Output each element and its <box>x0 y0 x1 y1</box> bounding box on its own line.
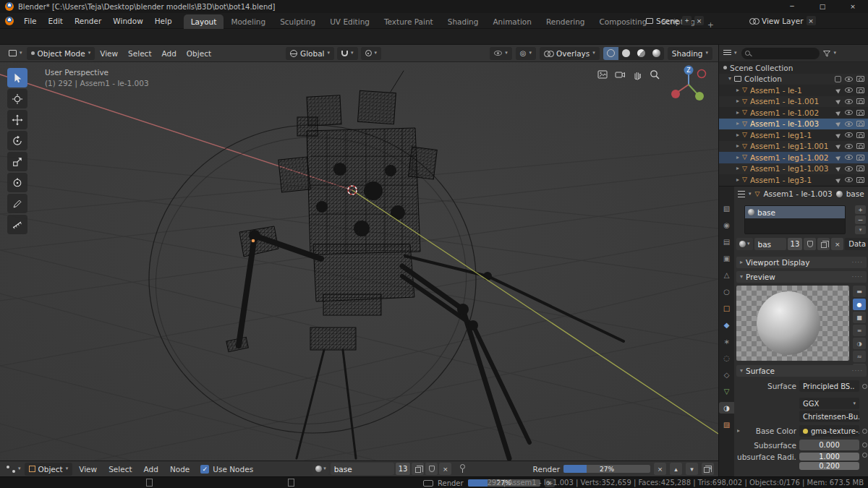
preview-hair-button[interactable]: ≡ <box>853 325 866 336</box>
decorator-dot[interactable] <box>862 453 867 458</box>
hide-icon[interactable] <box>845 121 853 127</box>
surface-shader-select[interactable]: Principled BS.. <box>799 380 859 392</box>
menu-file[interactable]: File <box>18 17 43 25</box>
editor-options-button[interactable]: ▾ <box>702 463 714 475</box>
gizmos-dropdown[interactable]: ◎▾ <box>516 47 536 60</box>
menu-window[interactable]: Window <box>107 17 148 25</box>
scroll-up-button[interactable]: ▴ <box>670 463 682 475</box>
outliner-collection[interactable]: ▾ Collection <box>719 74 868 85</box>
node-menu-select[interactable]: Select <box>103 465 137 474</box>
decorator-dot[interactable] <box>862 442 867 448</box>
snap-toggle[interactable]: ▾ <box>337 47 358 60</box>
disable-render-icon[interactable] <box>856 87 864 93</box>
node-menu-view[interactable]: View <box>74 465 102 474</box>
selectable-icon[interactable] <box>835 109 842 116</box>
breadcrumb-material[interactable]: base <box>846 189 864 198</box>
properties-tab-particles[interactable]: ∗ <box>720 335 733 347</box>
expand-icon[interactable]: ▸ <box>736 177 739 183</box>
disable-render-icon[interactable] <box>856 166 864 171</box>
disable-render-icon[interactable] <box>856 143 864 149</box>
outliner-filter-dropdown[interactable]: ▾ <box>834 51 837 56</box>
remove-view-layer-button[interactable]: × <box>807 16 816 25</box>
hide-icon[interactable] <box>845 99 853 104</box>
preview-cube-button[interactable]: ■ <box>853 312 866 323</box>
menu-help[interactable]: Help <box>149 17 178 25</box>
shading-wireframe-button[interactable] <box>603 47 618 60</box>
breadcrumb-object[interactable]: Assem1 - le-1.003 <box>763 189 832 198</box>
workspace-tab-texture-paint[interactable]: Texture Paint <box>377 14 441 29</box>
workspace-tab-uv-editing[interactable]: UV Editing <box>323 14 377 29</box>
panel-surface[interactable]: ▾ Surface ···· <box>736 365 867 377</box>
navigation-gizmo[interactable]: Z <box>665 63 712 109</box>
workspace-tab-modeling[interactable]: Modeling <box>224 14 273 29</box>
render-preview-icon[interactable] <box>595 67 610 82</box>
panel-viewport-display[interactable]: ▸ Viewport Display ···· <box>736 257 867 268</box>
viewport-canvas[interactable] <box>0 62 718 461</box>
panel-preview[interactable]: ▾ Preview ···· <box>736 271 867 283</box>
expand-icon[interactable]: ▸ <box>736 98 739 104</box>
properties-tab-world[interactable]: ○ <box>720 286 733 297</box>
selectable-icon[interactable] <box>835 176 842 183</box>
unlink-material-button[interactable]: × <box>439 463 451 475</box>
editor-type-button[interactable]: ▾ <box>4 47 27 60</box>
expand-icon[interactable]: ▸ <box>736 155 739 160</box>
transform-orientation-select[interactable]: Global▾ <box>286 47 334 60</box>
outliner-item[interactable]: ▸▽ Assem1 - leg1-1.003 <box>719 163 868 175</box>
hide-icon[interactable] <box>845 166 853 171</box>
tool-select-box[interactable] <box>7 68 27 87</box>
add-workspace-button[interactable]: + <box>702 20 719 29</box>
shading-rendered-button[interactable] <box>649 47 664 60</box>
collapse-icon[interactable]: ▾ <box>728 76 731 82</box>
expand-icon[interactable]: ▸ <box>736 166 739 171</box>
properties-tab-physics[interactable]: ◌ <box>720 352 733 364</box>
area-split-icon[interactable] <box>288 479 294 487</box>
zoom-magnifier-icon[interactable] <box>647 67 663 82</box>
browse-material-button[interactable]: ▾ <box>312 463 329 475</box>
outliner-item[interactable]: ▸▽ Assem1 - leg3-1 <box>719 174 868 186</box>
disable-render-icon[interactable] <box>856 155 864 160</box>
properties-tab-constraints[interactable]: ◇ <box>720 369 733 380</box>
object-visibility-dropdown[interactable]: ▾ <box>490 47 512 60</box>
mode-select[interactable]: Object Mode▾ <box>27 47 95 60</box>
copy-material-button[interactable] <box>817 238 830 250</box>
workspace-tab-layout[interactable]: Layout <box>184 14 224 29</box>
area-split-icon[interactable] <box>146 479 153 487</box>
tool-cursor[interactable] <box>7 89 27 108</box>
outliner-editor-type-button[interactable]: ▾ <box>722 47 739 60</box>
base-color-input[interactable]: gma-texture-... <box>799 425 859 437</box>
outliner-item[interactable]: ▸▽ Assem1 - le-1.001 <box>719 96 868 108</box>
radius-value-field-2[interactable]: 0.200 <box>799 462 859 470</box>
selectable-icon[interactable] <box>835 121 842 127</box>
tool-annotate[interactable] <box>7 194 27 213</box>
proportional-editing-toggle[interactable]: ▾ <box>361 47 382 60</box>
y-axis-ball[interactable] <box>695 92 704 100</box>
radius-value-field-1[interactable]: 1.000 <box>799 453 859 461</box>
selectable-icon[interactable] <box>835 98 842 105</box>
preview-shaderball-button[interactable]: ◑ <box>853 338 866 349</box>
node-menu-node[interactable]: Node <box>165 465 195 474</box>
x-axis-ball[interactable] <box>671 90 680 98</box>
search-input[interactable] <box>754 49 817 57</box>
fake-user-button[interactable] <box>425 463 438 475</box>
hide-icon[interactable] <box>845 132 853 137</box>
disable-render-icon[interactable] <box>856 98 864 104</box>
maximize-button[interactable]: □ <box>807 0 838 13</box>
outliner-scene-collection[interactable]: Scene Collection <box>719 62 868 74</box>
properties-tab-texture[interactable]: ▨ <box>720 419 733 430</box>
expand-icon[interactable]: ▸ <box>736 121 739 127</box>
workspace-tab-rendering[interactable]: Rendering <box>539 14 592 29</box>
disable-render-icon[interactable] <box>856 76 864 82</box>
properties-tab-modifiers[interactable]: ◆ <box>720 319 733 330</box>
editor-type-button[interactable]: ▾ <box>4 463 23 476</box>
outliner-item[interactable]: ▸▽ Assem1 - leg1-1 <box>719 129 868 141</box>
add-slot-button[interactable]: ＋ <box>855 205 866 214</box>
tool-scale[interactable] <box>7 152 27 171</box>
workspace-tab-sculpting[interactable]: Sculpting <box>273 14 323 29</box>
close-button[interactable]: × <box>838 0 868 13</box>
scene-selector[interactable]: Scene ＋ × <box>646 16 704 25</box>
workspace-tab-compositing[interactable]: Compositing <box>592 14 655 29</box>
outliner-item[interactable]: ▸▽ Assem1 - le-1.002 <box>719 107 868 119</box>
expand-icon[interactable]: ▸ <box>737 428 740 434</box>
selectable-icon[interactable] <box>835 143 842 150</box>
viewport-menu-object[interactable]: Object <box>182 49 216 58</box>
